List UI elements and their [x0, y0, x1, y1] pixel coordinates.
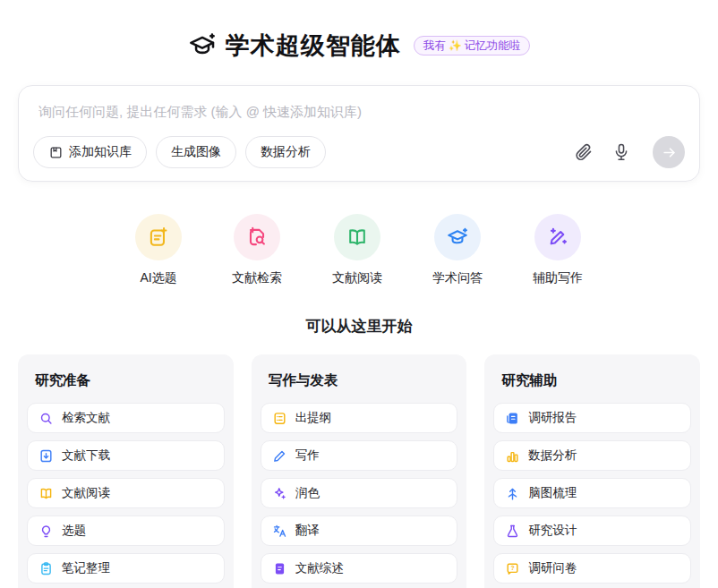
- feature-shortcuts: AI选题 文献检索 文献阅读: [18, 214, 700, 286]
- item-research-design[interactable]: 研究设计: [493, 516, 691, 546]
- data-analysis-label: 数据分析: [261, 144, 311, 160]
- svg-text:?: ?: [511, 565, 515, 571]
- badge-text-suffix: 记忆功能啦: [465, 40, 521, 52]
- academic-agent-page: 学术超级智能体 我有 ✨ 记忆功能啦 添加知识库 生成图像: [0, 0, 718, 588]
- question-box-icon: ?: [505, 561, 520, 576]
- send-button[interactable]: [653, 136, 685, 168]
- item-data-analysis[interactable]: 数据分析: [493, 440, 691, 471]
- item-polishing[interactable]: 润色: [261, 478, 458, 508]
- item-label: 调研问卷: [528, 560, 577, 576]
- section-title: 可以从这里开始: [18, 316, 700, 337]
- feature-academic-qa[interactable]: 学术问答: [432, 214, 483, 286]
- bar-chart-icon: [505, 448, 520, 464]
- card-research-support: 研究辅助 调研报告 数据分析: [484, 354, 700, 588]
- item-label: 文献阅读: [62, 485, 110, 501]
- pencil-sparkle-icon: [534, 214, 581, 260]
- item-search-literature[interactable]: 检索文献: [27, 403, 225, 433]
- item-label: 润色: [295, 485, 320, 501]
- graduation-cap-icon: [188, 31, 217, 60]
- graduation-cap-icon: [434, 214, 481, 260]
- item-label: 数据分析: [528, 447, 577, 464]
- item-label: 文献下载: [62, 447, 110, 464]
- item-outline[interactable]: 出提纲: [261, 403, 458, 433]
- polish-star-icon: [272, 486, 287, 501]
- translate-icon: [272, 524, 287, 539]
- item-label: 写作: [295, 447, 320, 464]
- sparkle-icon: ✨: [449, 40, 462, 51]
- card-writing-publishing: 写作与发表 出提纲 写作 润色: [252, 354, 467, 588]
- card-title: 研究辅助: [501, 371, 691, 390]
- composer-actions: 添加知识库 生成图像 数据分析: [33, 136, 326, 168]
- feature-label: 辅助写作: [533, 270, 583, 286]
- item-survey-questionnaire[interactable]: ? 调研问卷: [493, 553, 691, 584]
- generate-image-button[interactable]: 生成图像: [156, 136, 236, 168]
- report-icon: [505, 411, 520, 426]
- card-title: 研究准备: [35, 371, 225, 390]
- card-research-preparation: 研究准备 检索文献 文献下载 文献阅读: [18, 354, 234, 588]
- search-icon: [38, 411, 54, 426]
- item-label: 脑图梳理: [528, 485, 577, 501]
- flask-icon: [505, 524, 520, 539]
- send-arrow-icon: [662, 145, 677, 160]
- generate-image-label: 生成图像: [171, 144, 221, 160]
- item-literature-review[interactable]: 文献综述: [261, 553, 458, 584]
- paperclip-icon[interactable]: [574, 142, 594, 162]
- item-topic-selection[interactable]: 选题: [27, 516, 225, 546]
- data-analysis-button[interactable]: 数据分析: [245, 136, 326, 168]
- memory-feature-badge: 我有 ✨ 记忆功能啦: [414, 36, 530, 56]
- add-knowledge-base-button[interactable]: 添加知识库: [33, 136, 147, 168]
- composer: 添加知识库 生成图像 数据分析: [18, 85, 700, 182]
- document-plus-icon: [135, 214, 182, 260]
- microphone-icon[interactable]: [611, 142, 631, 162]
- pencil-icon: [272, 448, 287, 464]
- quick-start-cards: 研究准备 检索文献 文献下载 文献阅读: [18, 354, 700, 588]
- header: 学术超级智能体 我有 ✨ 记忆功能啦: [18, 0, 700, 62]
- composer-toolbar: 添加知识库 生成图像 数据分析: [33, 136, 685, 168]
- card-title: 写作与发表: [269, 371, 458, 390]
- item-research-report[interactable]: 调研报告: [493, 403, 691, 433]
- feature-label: 学术问答: [432, 270, 483, 286]
- composer-right-tools: [574, 136, 685, 168]
- item-label: 文献综述: [295, 560, 344, 576]
- feature-ai-topic[interactable]: AI选题: [135, 214, 182, 286]
- open-book-icon: [334, 214, 380, 260]
- review-document-icon: [272, 561, 287, 576]
- item-translation[interactable]: 翻译: [261, 516, 458, 546]
- add-knowledge-base-label: 添加知识库: [69, 144, 132, 160]
- feature-label: AI选题: [140, 270, 176, 286]
- badge-text-prefix: 我有: [423, 40, 446, 52]
- item-literature-download[interactable]: 文献下载: [27, 440, 225, 471]
- item-label: 出提纲: [295, 410, 332, 426]
- feature-writing-assist[interactable]: 辅助写作: [533, 214, 583, 286]
- mindmap-icon: [505, 486, 520, 501]
- outline-list-icon: [272, 411, 287, 426]
- open-book-icon: [38, 486, 54, 501]
- feature-literature-reading[interactable]: 文献阅读: [332, 214, 382, 286]
- item-label: 研究设计: [528, 523, 577, 539]
- feature-label: 文献阅读: [332, 270, 382, 286]
- item-label: 笔记整理: [62, 560, 110, 576]
- item-note-organizing[interactable]: 笔记整理: [27, 553, 225, 584]
- feature-label: 文献检索: [232, 270, 282, 286]
- item-label: 翻译: [295, 523, 320, 539]
- item-literature-reading[interactable]: 文献阅读: [27, 478, 225, 508]
- question-input[interactable]: [33, 95, 685, 119]
- lightbulb-icon: [38, 524, 54, 539]
- item-label: 选题: [62, 523, 86, 539]
- notebook-icon: [48, 145, 64, 160]
- document-search-icon: [234, 214, 280, 260]
- clipboard-icon: [38, 561, 54, 576]
- feature-literature-search[interactable]: 文献检索: [232, 214, 282, 286]
- item-label: 调研报告: [528, 410, 577, 426]
- page-title: 学术超级智能体: [226, 30, 401, 62]
- document-download-icon: [38, 448, 54, 464]
- item-mindmap-organizing[interactable]: 脑图梳理: [493, 478, 691, 508]
- item-label: 检索文献: [62, 410, 110, 426]
- item-writing[interactable]: 写作: [261, 440, 458, 471]
